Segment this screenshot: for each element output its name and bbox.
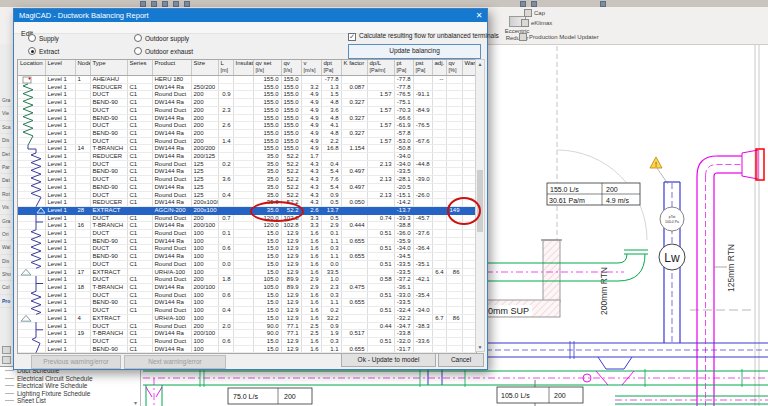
table-row[interactable]: Level 1BEND-90C1DW144 Ra12535.052.24.35.… xyxy=(18,183,476,191)
palette-item[interactable]: Sho xyxy=(0,268,13,281)
cancel-button[interactable]: Cancel xyxy=(438,353,484,367)
scroll-thumb[interactable] xyxy=(477,170,483,232)
duct-data-tag[interactable]: 155.0 L/s 200 30.61 Pa/m 4.9 m/s xyxy=(547,183,640,205)
next-warning-button[interactable]: Next warning/error xyxy=(124,355,226,369)
green-duct-mid[interactable] xyxy=(486,250,648,281)
table-row[interactable]: Level 1DUCTC1Round Duct2000.7120.0102.83… xyxy=(18,214,476,222)
table-row[interactable]: Level 1BEND-90C1DW144 Ra10015.012.91.61.… xyxy=(18,253,476,261)
column-header[interactable]: pst[Pa] xyxy=(413,60,432,76)
balancing-table[interactable]: LocationLevelNodeTypeSeriesProductSizeL[… xyxy=(18,60,477,353)
table-row[interactable]: Level 14EXTRACTURH/A-10010015.012.91.632… xyxy=(18,314,476,322)
palette-item[interactable]: Vis xyxy=(0,201,13,214)
table-row[interactable]: Level 1REDUCERC1DW144 Ra250/200155.0155.… xyxy=(18,83,476,91)
table-row[interactable]: Level 1BEND-90C1DW144 Ra200155.0155.04.9… xyxy=(18,114,476,122)
table-row[interactable]: Level 118T-BRANCHC1DW144 Ra200/100105.08… xyxy=(18,283,476,291)
table-row[interactable]: Level 1DUCTC1Round Duct2001.4155.0155.04… xyxy=(18,137,476,145)
table-row[interactable]: Level 117EXTRACTURH/A-10010015.012.91.63… xyxy=(18,268,476,276)
table-row[interactable]: Level 1BEND-90C1DW144 Ra200155.0155.04.9… xyxy=(18,129,476,137)
browser-item-electrical-circuit-schedule[interactable]: Electrical Circuit Schedule xyxy=(0,375,140,383)
column-header[interactable]: dpt[Pa] xyxy=(321,60,341,76)
table-row[interactable]: Level 1DUCTC1Round Duct1000.615.012.91.6… xyxy=(18,245,476,253)
table-row[interactable]: Level 1DUCTC1Round Duct1000.615.012.91.6… xyxy=(18,291,476,299)
properties-palette[interactable]: GraVieScaDisDetParDatRotVisGraOriWalDisS… xyxy=(0,44,14,366)
close-icon[interactable]: ✕ xyxy=(471,9,487,22)
ribbon-eklimax-button[interactable]: eKlimax xyxy=(521,19,552,27)
browser-item-sheet-list[interactable]: Sheet List xyxy=(0,397,140,405)
dialog-titlebar[interactable]: MagiCAD - Ductwork Balancing Report ✕ xyxy=(14,9,487,22)
properties-icon[interactable] xyxy=(2,346,11,354)
column-header[interactable]: Product xyxy=(152,60,191,76)
column-header[interactable]: K factor xyxy=(341,60,367,76)
palette-item[interactable]: Rot xyxy=(0,188,13,201)
table-row[interactable]: Level 114T-BRANCHC1DW144 Ra200/200155.01… xyxy=(18,145,476,153)
table-row[interactable]: Level 128EXTRACTAGC/N-200200x10035.052.2… xyxy=(18,206,476,214)
palette-item[interactable]: Dat xyxy=(0,174,13,187)
palette-item[interactable]: Par xyxy=(0,161,13,174)
column-header[interactable]: Node xyxy=(75,60,90,76)
table-row[interactable]: Level 119T-BRANCHC1DW144 Ra200/10090.077… xyxy=(18,330,476,338)
palette-item[interactable]: Sca xyxy=(0,121,13,134)
column-header[interactable]: Type xyxy=(90,60,127,76)
palette-item[interactable]: Pro xyxy=(0,295,13,308)
lw-circle-tag[interactable]: Lw xyxy=(659,244,685,270)
table-row[interactable]: Level 1DUCTC1Round Duct2002.090.077.12.5… xyxy=(18,322,476,330)
palette-item[interactable]: Det xyxy=(0,148,13,161)
browser-item-lighting-fixture-schedule[interactable]: Lighting Fixture Schedule xyxy=(0,390,140,398)
table-row[interactable]: Level 1DUCTC1Round Duct1000.615.012.91.6… xyxy=(18,337,476,345)
pressure-circle-tag[interactable]: pTot 100.0 Pa xyxy=(660,207,684,231)
radio-extract[interactable]: Extract xyxy=(28,47,59,55)
column-header[interactable]: qv set[l/s] xyxy=(253,60,281,76)
palette-item[interactable]: Ori xyxy=(0,228,13,241)
flow-tag-75[interactable]: 75.0 L/s 200 xyxy=(228,388,312,404)
table-row[interactable]: Level 1DUCTC1Round Duct1000.415.012.91.6… xyxy=(18,307,476,315)
radio-supply-circle[interactable] xyxy=(28,34,36,42)
palette-item[interactable]: Col xyxy=(0,281,13,294)
column-header[interactable]: pt[Pa] xyxy=(394,60,413,76)
radio-outdoor-exhaust[interactable]: Outdoor exhaust xyxy=(134,47,193,55)
scroll-up-icon[interactable]: ▲ xyxy=(476,61,484,67)
scroll-down-icon[interactable]: ▼ xyxy=(476,344,484,350)
column-header[interactable]: Size xyxy=(191,60,218,76)
column-header[interactable]: Series xyxy=(127,60,152,76)
table-row[interactable]: Level 1DUCTC1Round Duct2002.6155.0155.04… xyxy=(18,122,476,130)
table-row[interactable]: Level 1BEND-90C1DW144 Ra200155.0155.04.9… xyxy=(18,99,476,107)
ribbon-production-model-updater[interactable]: Production Model Updater xyxy=(519,33,599,41)
column-header[interactable]: dp/L[Pa/m] xyxy=(367,60,394,76)
column-header[interactable]: qv[l/s] xyxy=(281,60,301,76)
radio-outdoor-supply[interactable]: Outdoor supply xyxy=(134,34,189,42)
table-row[interactable]: Level 116T-BRANCHC1DW144 Ra200/100120.01… xyxy=(18,222,476,230)
palette-item[interactable]: Dis xyxy=(0,134,13,147)
column-header[interactable]: adj. xyxy=(432,60,446,76)
table-row[interactable]: Level 1BEND-90C1DW144 Ra10015.012.91.61.… xyxy=(18,299,476,307)
column-header[interactable]: L[m] xyxy=(218,60,233,76)
table-row[interactable]: Level 1BEND-90C1DW144 Ra10015.012.91.61.… xyxy=(18,237,476,245)
quick-access-toolbar[interactable] xyxy=(0,0,768,7)
palette-item[interactable]: Gra xyxy=(0,94,13,107)
column-header[interactable]: Warnings xyxy=(462,60,476,76)
browser-scroll-caret[interactable]: ▾ xyxy=(134,399,137,406)
table-row[interactable]: Level 1DUCTC1Round Duct2001.8105.089.92.… xyxy=(18,276,476,284)
checkbox-unbalanced-terminals[interactable]: ✓Calculate resulting flow for unbalanced… xyxy=(348,32,499,40)
checkbox-icon[interactable]: ✓ xyxy=(348,33,356,41)
project-browser[interactable]: Duct Schedule Electrical Circuit Schedul… xyxy=(0,366,141,406)
properties-icon[interactable] xyxy=(2,356,11,364)
palette-item[interactable]: Gra xyxy=(0,215,13,228)
table-scrollbar[interactable]: ▲ ▼ xyxy=(475,59,485,352)
table-row[interactable]: Level 1DUCTC1Round Duct1250.435.052.24.3… xyxy=(18,191,476,199)
column-header[interactable]: qv[%] xyxy=(446,60,462,76)
column-header[interactable]: v[m/s] xyxy=(301,60,321,76)
radio-outdoor-supply-circle[interactable] xyxy=(134,34,142,42)
table-row[interactable]: Level 1DUCTC1Round Duct1253.635.052.24.3… xyxy=(18,176,476,184)
update-balancing-button[interactable]: Update balancing xyxy=(348,44,481,59)
flow-tag-105[interactable]: 105.0 L/s 200 xyxy=(497,387,583,403)
palette-item[interactable]: Wal xyxy=(0,241,13,254)
column-header[interactable]: Insulation xyxy=(233,60,253,76)
table-row[interactable]: Level 1REDUCERC1DW144 Ra200x100/1235.052… xyxy=(18,199,476,207)
table-row[interactable]: Level 1DUCTC1Round Duct1000.015.012.91.6… xyxy=(18,260,476,268)
table-row[interactable]: Level 1BEND-90C1DW144 Ra10015.012.91.61.… xyxy=(18,345,476,353)
table-row[interactable]: Level 1DUCTC1Round Duct1000.115.012.91.6… xyxy=(18,230,476,238)
browser-item-electrical-wire-schedule[interactable]: Electrical Wire Schedule xyxy=(0,382,140,390)
radio-extract-circle[interactable] xyxy=(28,47,36,55)
canvas-warning-icon[interactable]: ! xyxy=(650,157,668,184)
column-header[interactable]: Level xyxy=(45,60,75,76)
